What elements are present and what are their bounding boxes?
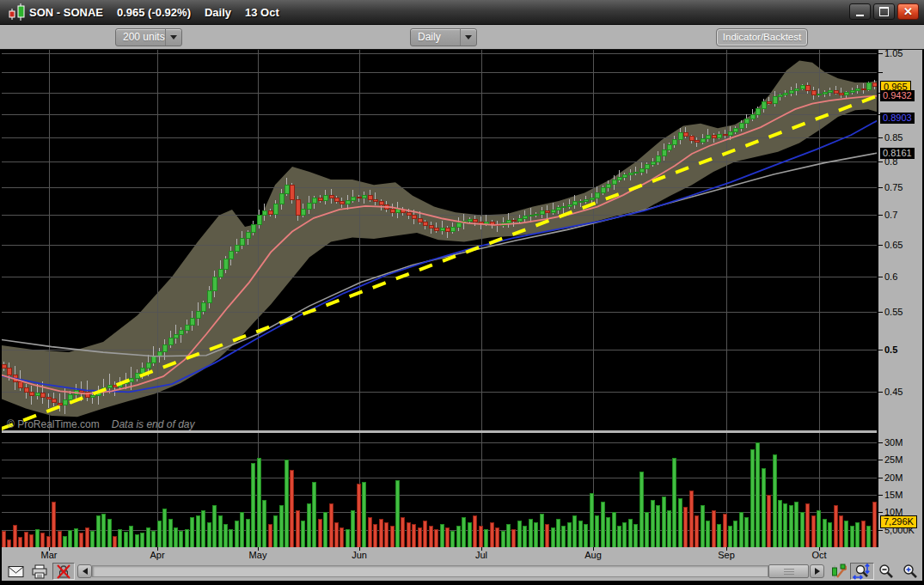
- window-title: SON - SONAE0.965 (-0.92%)Daily13 Oct: [29, 0, 293, 25]
- time-axis[interactable]: MarAprMayJunJulAugSepOct: [0, 547, 922, 562]
- price-tick: [878, 312, 883, 313]
- ma-gray-price-label: 0.8161: [880, 148, 915, 159]
- date-label: 13 Oct: [245, 6, 279, 19]
- price-tick-label: 0.75: [884, 182, 903, 192]
- unlock-icon: [57, 564, 70, 579]
- volume-tick: [878, 512, 883, 513]
- scroll-left-icon: [83, 568, 88, 575]
- price-tick-label: 0.45: [884, 387, 903, 397]
- price-tick: [878, 161, 883, 162]
- period-dropdown[interactable]: Daily: [410, 28, 477, 46]
- mail-icon: [8, 565, 24, 578]
- indicator-backtest-button[interactable]: Indicator/Backtest: [716, 28, 808, 46]
- period-dropdown-value: Daily: [418, 29, 441, 46]
- symbol-name: SON - SONAE: [29, 6, 103, 19]
- window-border-left: [0, 50, 2, 581]
- price-tick-label: 0.85: [884, 132, 903, 143]
- volume-tick: [878, 460, 883, 460]
- zoom-in-button[interactable]: [899, 563, 921, 580]
- scrollbar-thumb[interactable]: [768, 564, 809, 578]
- scrollbar-track[interactable]: [92, 565, 768, 577]
- units-dropdown[interactable]: 200 units: [115, 28, 182, 46]
- close-icon: ✕: [903, 5, 913, 18]
- volume-tick: [878, 495, 883, 496]
- zoom-out-button[interactable]: [875, 563, 897, 580]
- month-label: Mar: [41, 550, 58, 560]
- chart-settings-button[interactable]: [827, 563, 849, 580]
- month-label: Jul: [475, 550, 487, 560]
- minimize-button[interactable]: [849, 3, 871, 20]
- price-tick-label: 0.65: [884, 240, 903, 250]
- price-tick: [878, 187, 883, 188]
- price-tick: [878, 392, 883, 393]
- price-tick-label: 0.55: [884, 307, 903, 317]
- ma-pink-price-label: 0.9432: [880, 90, 915, 101]
- lock-toggle-button[interactable]: [52, 563, 75, 580]
- window-controls: ✕: [849, 3, 919, 20]
- minimize-icon: [856, 15, 864, 16]
- month-label: Sep: [718, 550, 735, 560]
- toolbar: 200 units Daily Indicator/Backtest: [0, 25, 924, 50]
- zoom-in-icon: [902, 564, 919, 580]
- units-dropdown-value: 200 units: [123, 29, 165, 46]
- volume-tick-label: 15M: [884, 490, 903, 500]
- dropdown-arrow-button[interactable]: [165, 29, 181, 46]
- volume-tick-label: 20M: [884, 472, 903, 483]
- scroll-right-icon: [815, 568, 820, 575]
- chart-canvas[interactable]: © ProRealTime.comData is end of day: [0, 50, 878, 547]
- timeframe-label: Daily: [205, 6, 231, 19]
- volume-tick: [878, 478, 883, 478]
- app-window: SON - SONAE0.965 (-0.92%)Daily13 Oct ✕ 2…: [0, 0, 924, 585]
- price-tick: [878, 245, 883, 246]
- print-button[interactable]: [28, 563, 51, 580]
- maximize-icon: [879, 7, 889, 16]
- price-tick-label: 0.5: [884, 344, 897, 355]
- price-tick-label: 0.6: [884, 271, 897, 282]
- volume-tick-label: 25M: [884, 454, 903, 465]
- volume-tick-label: 30M: [884, 437, 903, 448]
- zoom-pan-button[interactable]: [850, 563, 874, 580]
- price-tick: [878, 350, 883, 350]
- price-tick: [878, 53, 883, 54]
- print-icon: [31, 564, 48, 579]
- zoom-pan-icon: [853, 564, 872, 580]
- maximize-button[interactable]: [873, 3, 895, 20]
- price-axis[interactable]: 1.050.850.80.750.70.650.60.550.50.4530M2…: [878, 50, 922, 547]
- candlestick-logo-icon: [7, 3, 28, 21]
- price-tick-label: 0.7: [884, 210, 897, 220]
- price-tick: [878, 72, 883, 73]
- status-bar: [0, 562, 924, 581]
- dropdown-arrow-button[interactable]: [460, 29, 476, 46]
- scroll-right-button[interactable]: [810, 564, 824, 578]
- zoom-out-icon: [878, 564, 895, 580]
- month-label: Apr: [150, 550, 164, 560]
- price-tick: [878, 277, 883, 277]
- month-label: Aug: [584, 550, 602, 560]
- volume-tick: [878, 530, 883, 531]
- price-tick-label: 1.05: [884, 50, 903, 58]
- title-bar: SON - SONAE0.965 (-0.92%)Daily13 Oct ✕: [0, 0, 924, 25]
- month-label: Jun: [352, 550, 367, 560]
- volume-tick: [878, 442, 883, 443]
- grip-icon: [784, 569, 794, 575]
- close-button[interactable]: ✕: [897, 3, 919, 20]
- window-border-bottom: [0, 581, 924, 585]
- last-price-change: 0.965 (-0.92%): [117, 6, 191, 19]
- mail-button[interactable]: [4, 563, 27, 580]
- chevron-down-icon: [465, 35, 472, 40]
- price-volume-chart: © ProRealTime.comData is end of day: [0, 50, 878, 547]
- chart-settings-icon: [829, 564, 847, 580]
- ma-blue-price-label: 0.8903: [880, 113, 915, 124]
- chevron-down-icon: [170, 35, 177, 40]
- last-volume-label: 7,296K: [880, 515, 917, 528]
- month-label: May: [249, 550, 267, 560]
- price-tick: [878, 215, 883, 216]
- price-tick: [878, 137, 883, 138]
- scroll-left-button[interactable]: [77, 564, 92, 578]
- month-label: Oct: [811, 550, 826, 560]
